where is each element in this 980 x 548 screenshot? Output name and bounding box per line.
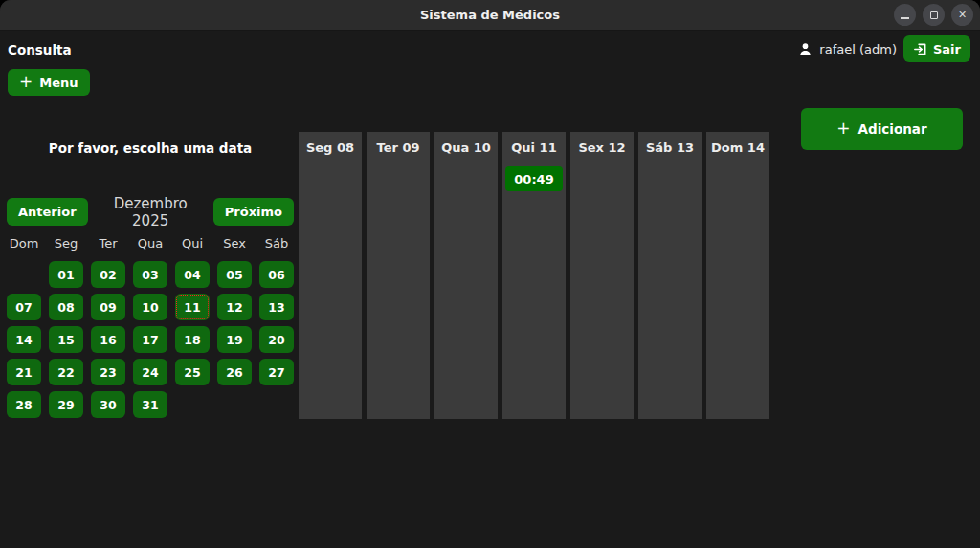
logout-button[interactable]: Sair xyxy=(903,35,970,62)
date-button-20[interactable]: 20 xyxy=(259,326,294,353)
date-button-29[interactable]: 29 xyxy=(49,391,83,418)
calendar-nav: Anterior Dezembro 2025 Próximo xyxy=(7,198,294,226)
close-button[interactable]: ✕ xyxy=(951,4,973,26)
previous-month-button[interactable]: Anterior xyxy=(7,198,88,226)
appointment-badge[interactable]: 00:49 xyxy=(505,166,563,191)
maximize-button[interactable] xyxy=(923,4,945,26)
app-window: Sistema de Médicos ✕ Consulta rafael (ad… xyxy=(0,0,980,548)
user-area: rafael (adm) Sair xyxy=(798,35,970,62)
plus-icon: + xyxy=(836,121,850,135)
week-column: Qui 1100:49 xyxy=(502,132,566,419)
add-appointment-button[interactable]: + Adicionar xyxy=(801,108,963,150)
add-label: Adicionar xyxy=(858,121,927,137)
calendar-prompt: Por favor, escolha uma data xyxy=(7,136,294,156)
date-button-26[interactable]: 26 xyxy=(217,359,252,385)
date-button-09[interactable]: 09 xyxy=(91,294,125,320)
date-button-22[interactable]: 22 xyxy=(49,359,83,385)
week-column: Seg 08 xyxy=(299,132,362,419)
date-button-13[interactable]: 13 xyxy=(259,294,294,320)
date-button-14[interactable]: 14 xyxy=(7,326,41,353)
date-button-05[interactable]: 05 xyxy=(217,261,252,288)
week-column-label: Qua 10 xyxy=(434,132,498,159)
menu-label: Menu xyxy=(39,76,78,90)
date-button-31[interactable]: 31 xyxy=(133,391,167,418)
date-grid: 0102030405060708091011121314151617181920… xyxy=(7,261,294,418)
date-button-06[interactable]: 06 xyxy=(259,261,294,288)
weekday-header-row: DomSegTerQuaQuiSexSáb xyxy=(7,236,294,251)
date-button-24[interactable]: 24 xyxy=(133,359,167,385)
date-button-17[interactable]: 17 xyxy=(133,326,167,353)
plus-icon: + xyxy=(19,75,33,88)
weekday-label: Dom xyxy=(7,236,41,251)
date-button-11[interactable]: 11 xyxy=(175,294,210,320)
date-button-02[interactable]: 02 xyxy=(91,261,125,288)
page-title: Consulta xyxy=(8,42,72,57)
date-spacer xyxy=(7,261,41,288)
date-button-19[interactable]: 19 xyxy=(217,326,252,353)
date-picker: Por favor, escolha uma data Anterior Dez… xyxy=(7,136,294,418)
user-icon xyxy=(798,42,813,56)
logout-label: Sair xyxy=(933,42,961,56)
weekday-label: Sex xyxy=(217,236,252,251)
date-button-01[interactable]: 01 xyxy=(49,261,83,288)
date-button-27[interactable]: 27 xyxy=(259,359,294,385)
week-column-label: Ter 09 xyxy=(367,132,430,159)
date-button-30[interactable]: 30 xyxy=(91,391,125,418)
week-column-label: Seg 08 xyxy=(299,132,362,159)
week-column: Sex 12 xyxy=(570,132,634,419)
date-button-25[interactable]: 25 xyxy=(175,359,210,385)
week-view: Seg 08Ter 09Qua 10Qui 1100:49Sex 12Sáb 1… xyxy=(299,132,769,419)
week-column: Qua 10 xyxy=(434,132,498,419)
maximize-icon xyxy=(930,11,938,19)
date-button-10[interactable]: 10 xyxy=(133,294,167,320)
month-label: Dezembro 2025 xyxy=(97,195,205,230)
week-column-label: Dom 14 xyxy=(706,132,769,159)
week-column-label: Qui 11 xyxy=(502,132,566,159)
weekday-label: Qua xyxy=(133,236,167,251)
user-name: rafael (adm) xyxy=(819,42,897,56)
weekday-label: Qui xyxy=(175,236,210,251)
week-column-label: Sáb 13 xyxy=(638,132,702,159)
date-button-08[interactable]: 08 xyxy=(49,294,83,320)
window-title: Sistema de Médicos xyxy=(0,0,980,31)
logout-icon xyxy=(913,42,927,56)
next-month-button[interactable]: Próximo xyxy=(213,198,294,226)
date-button-21[interactable]: 21 xyxy=(7,359,41,385)
week-column-label: Sex 12 xyxy=(570,132,634,159)
titlebar[interactable]: Sistema de Médicos ✕ xyxy=(0,0,980,31)
minimize-icon xyxy=(901,17,909,19)
date-button-07[interactable]: 07 xyxy=(7,294,41,320)
minimize-button[interactable] xyxy=(894,4,916,26)
week-column: Ter 09 xyxy=(367,132,430,419)
date-button-03[interactable]: 03 xyxy=(133,261,167,288)
date-button-16[interactable]: 16 xyxy=(91,326,125,353)
date-button-23[interactable]: 23 xyxy=(91,359,125,385)
date-button-15[interactable]: 15 xyxy=(49,326,83,353)
date-button-18[interactable]: 18 xyxy=(175,326,210,353)
date-button-28[interactable]: 28 xyxy=(7,391,41,418)
close-icon: ✕ xyxy=(958,10,967,20)
weekday-label: Seg xyxy=(49,236,83,251)
main-content: Consulta rafael (adm) Sair xyxy=(0,31,980,548)
menu-button[interactable]: + Menu xyxy=(8,69,90,96)
week-column: Sáb 13 xyxy=(638,132,702,419)
window-controls: ✕ xyxy=(894,4,973,26)
date-button-12[interactable]: 12 xyxy=(217,294,252,320)
weekday-label: Ter xyxy=(91,236,125,251)
weekday-label: Sáb xyxy=(259,236,294,251)
date-button-04[interactable]: 04 xyxy=(175,261,210,288)
week-column: Dom 14 xyxy=(706,132,769,419)
